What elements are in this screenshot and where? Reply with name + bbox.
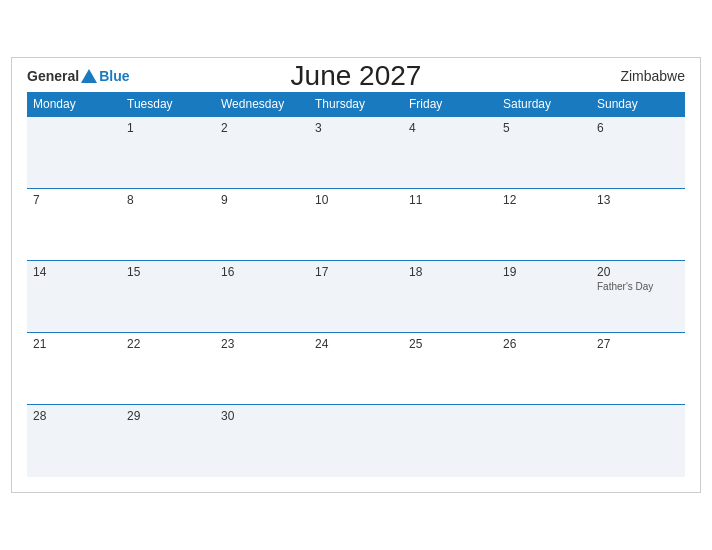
day-number: 23: [221, 337, 303, 351]
day-cell: 19: [497, 261, 591, 333]
month-title: June 2027: [291, 60, 422, 92]
day-cell: 1: [121, 117, 215, 189]
day-cell: 18: [403, 261, 497, 333]
day-cell: 24: [309, 333, 403, 405]
day-number: 27: [597, 337, 679, 351]
day-cell: 26: [497, 333, 591, 405]
day-number: 24: [315, 337, 397, 351]
country-label: Zimbabwe: [620, 68, 685, 84]
day-cell: 21: [27, 333, 121, 405]
day-number: 1: [127, 121, 209, 135]
calendar-table: Monday Tuesday Wednesday Thursday Friday…: [27, 92, 685, 477]
day-number: 16: [221, 265, 303, 279]
day-cell: 4: [403, 117, 497, 189]
week-row-2: 14151617181920Father's Day: [27, 261, 685, 333]
calendar-container: General Blue June 2027 Zimbabwe Monday T…: [11, 57, 701, 493]
day-number: 21: [33, 337, 115, 351]
day-number: 3: [315, 121, 397, 135]
day-number: 28: [33, 409, 115, 423]
day-cell: 7: [27, 189, 121, 261]
day-cell: 3: [309, 117, 403, 189]
day-number: 11: [409, 193, 491, 207]
day-number: 2: [221, 121, 303, 135]
day-cell: [309, 405, 403, 477]
week-row-4: 282930: [27, 405, 685, 477]
day-cell: 16: [215, 261, 309, 333]
day-cell: 15: [121, 261, 215, 333]
day-number: 7: [33, 193, 115, 207]
day-cell: 8: [121, 189, 215, 261]
day-number: 26: [503, 337, 585, 351]
col-tuesday: Tuesday: [121, 92, 215, 117]
day-cell: 29: [121, 405, 215, 477]
day-number: 19: [503, 265, 585, 279]
day-number: 29: [127, 409, 209, 423]
week-row-3: 21222324252627: [27, 333, 685, 405]
day-number: 20: [597, 265, 679, 279]
day-cell: 25: [403, 333, 497, 405]
day-number: 12: [503, 193, 585, 207]
day-number: 8: [127, 193, 209, 207]
calendar-header: General Blue June 2027 Zimbabwe: [27, 68, 685, 84]
logo: General Blue: [27, 68, 129, 84]
day-cell: 14: [27, 261, 121, 333]
day-number: 4: [409, 121, 491, 135]
weekday-header-row: Monday Tuesday Wednesday Thursday Friday…: [27, 92, 685, 117]
col-thursday: Thursday: [309, 92, 403, 117]
day-number: 14: [33, 265, 115, 279]
logo-general: General: [27, 68, 79, 84]
day-cell: 13: [591, 189, 685, 261]
day-cell: [591, 405, 685, 477]
day-cell: 20Father's Day: [591, 261, 685, 333]
day-number: 25: [409, 337, 491, 351]
day-cell: 11: [403, 189, 497, 261]
week-row-0: 123456: [27, 117, 685, 189]
day-number: 15: [127, 265, 209, 279]
day-cell: [403, 405, 497, 477]
day-cell: 22: [121, 333, 215, 405]
week-row-1: 78910111213: [27, 189, 685, 261]
day-cell: 27: [591, 333, 685, 405]
day-cell: [497, 405, 591, 477]
col-wednesday: Wednesday: [215, 92, 309, 117]
day-number: 6: [597, 121, 679, 135]
day-cell: 17: [309, 261, 403, 333]
day-cell: 10: [309, 189, 403, 261]
day-cell: 2: [215, 117, 309, 189]
day-cell: 23: [215, 333, 309, 405]
day-cell: 28: [27, 405, 121, 477]
col-monday: Monday: [27, 92, 121, 117]
day-number: 5: [503, 121, 585, 135]
day-number: 22: [127, 337, 209, 351]
day-number: 30: [221, 409, 303, 423]
day-cell: [27, 117, 121, 189]
day-cell: 9: [215, 189, 309, 261]
calendar-body: 1234567891011121314151617181920Father's …: [27, 117, 685, 477]
day-number: 9: [221, 193, 303, 207]
col-sunday: Sunday: [591, 92, 685, 117]
logo-blue: Blue: [99, 68, 129, 84]
col-saturday: Saturday: [497, 92, 591, 117]
day-cell: 30: [215, 405, 309, 477]
col-friday: Friday: [403, 92, 497, 117]
day-cell: 12: [497, 189, 591, 261]
day-number: 10: [315, 193, 397, 207]
day-number: 18: [409, 265, 491, 279]
day-cell: 6: [591, 117, 685, 189]
logo-triangle-icon: [81, 69, 97, 83]
day-event: Father's Day: [597, 281, 679, 292]
day-number: 17: [315, 265, 397, 279]
day-number: 13: [597, 193, 679, 207]
day-cell: 5: [497, 117, 591, 189]
